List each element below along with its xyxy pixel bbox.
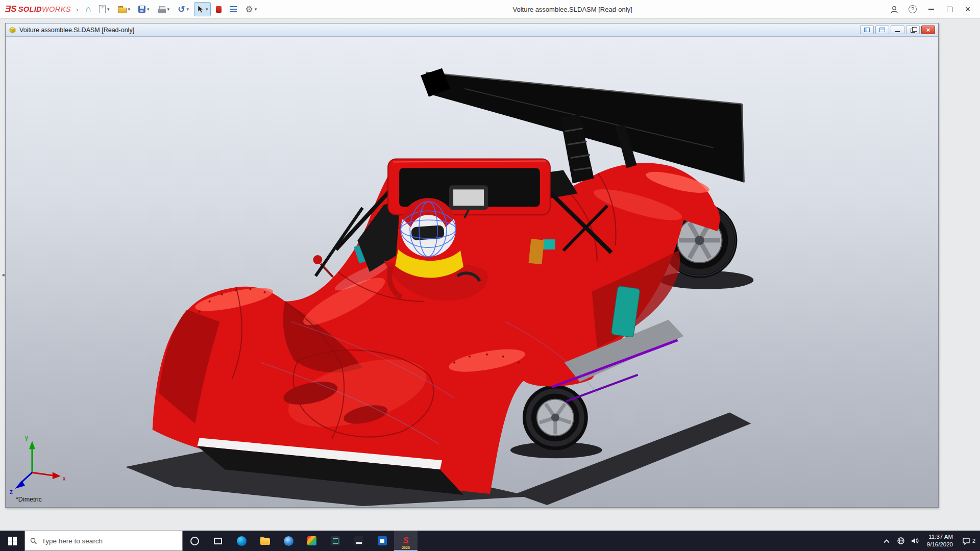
taskbar: S 2020 11:37 AM 9/16/2020 2 [0, 531, 980, 551]
network-globe-icon [897, 537, 905, 545]
taskbar-app-cortana[interactable] [183, 531, 206, 551]
app-titlebar: ƎS SOLIDWORKS › ⌂ ▾ ▾ ▾ ▾ ↺▾ ▾ ⚙▾ Voitur… [0, 0, 980, 19]
home-button[interactable]: ⌂ [82, 2, 94, 16]
browser-icon [284, 536, 293, 546]
triad-z-label: z [10, 488, 13, 495]
list-icon [230, 6, 237, 7]
minimize-icon [895, 31, 900, 32]
chevron-up-icon [884, 539, 889, 545]
taskbar-clock[interactable]: 11:37 AM 9/16/2020 [922, 533, 958, 548]
viewport-canvas[interactable]: x y z [6, 37, 938, 507]
document-title: Voiture assomblee.SLDASM [Read-only] [19, 27, 134, 34]
screen: ƎS SOLIDWORKS › ⌂ ▾ ▾ ▾ ▾ ↺▾ ▾ ⚙▾ Voitur… [0, 0, 980, 551]
taskbar-app-solidworks[interactable]: S 2020 [394, 531, 418, 551]
dropdown-arrow-icon: ▾ [206, 7, 208, 12]
network-button[interactable] [894, 531, 908, 551]
account-button[interactable] [885, 2, 903, 17]
task-view-icon [214, 538, 222, 544]
options-button[interactable]: ⚙▾ [242, 2, 260, 16]
edge-icon [237, 536, 247, 546]
action-center-button[interactable]: 2 [958, 537, 980, 545]
maximize-icon [947, 7, 952, 12]
taskbar-search[interactable] [24, 531, 183, 551]
notification-count-badge: 2 [972, 538, 975, 544]
triad-x-label: x [63, 475, 66, 482]
cortana-icon [190, 537, 199, 545]
file-explorer-icon [260, 538, 270, 545]
gear-icon: ⚙ [245, 5, 253, 14]
start-button[interactable] [0, 531, 24, 551]
app-window-controls: ? × [885, 2, 977, 17]
document-window-controls: × [860, 26, 935, 34]
window-pane-button[interactable] [860, 26, 874, 34]
dropdown-arrow-icon: ▾ [107, 7, 110, 12]
taskbar-app-photos[interactable] [300, 531, 324, 551]
taskbar-app-cad-viewer[interactable] [324, 531, 347, 551]
select-tool-button[interactable]: ▾ [194, 2, 211, 16]
clock-date: 9/16/2020 [927, 541, 953, 548]
close-button[interactable]: × [959, 2, 977, 17]
restore-icon [911, 29, 915, 33]
taskbar-app-file-explorer[interactable] [253, 531, 277, 551]
dropdown-arrow-icon: ▾ [128, 7, 131, 12]
open-folder-icon [118, 8, 127, 13]
evaluate-list-button[interactable] [227, 2, 240, 16]
orientation-triad: x y z [10, 434, 66, 495]
assembly-icon [9, 26, 16, 34]
select-cursor-icon [197, 5, 204, 13]
3d-viewport[interactable]: x y z *Dimetric [6, 37, 938, 507]
search-icon [30, 537, 37, 545]
taskbar-app-edge[interactable] [230, 531, 253, 551]
document-titlebar[interactable]: Voiture assomblee.SLDASM [Read-only] × [6, 23, 938, 37]
undo-icon: ↺ [178, 5, 185, 14]
system-tray: 11:37 AM 9/16/2020 2 [879, 531, 980, 551]
app-window-title: Voiture assomblee.SLDASM [Read-only] [260, 6, 885, 13]
save-button[interactable]: ▾ [135, 2, 153, 16]
front-wheel[interactable] [523, 385, 588, 450]
taskbar-task-view[interactable] [206, 531, 230, 551]
logo-ds-icon: ƎS [5, 4, 17, 14]
print-button[interactable]: ▾ [155, 2, 173, 16]
window-pane-button-2[interactable] [875, 26, 889, 34]
solidworks-logo: ƎS SOLIDWORKS [5, 4, 71, 14]
doc-close-button[interactable]: × [921, 26, 935, 34]
help-button[interactable]: ? [903, 2, 922, 17]
cad-viewer-icon [331, 536, 340, 545]
taskbar-app-video[interactable] [371, 531, 394, 551]
close-icon: × [965, 5, 971, 14]
undo-button[interactable]: ↺▾ [175, 2, 192, 16]
media-app-icon [354, 536, 363, 545]
solidworks-icon: S [403, 537, 409, 545]
hidden-icons-button[interactable] [879, 531, 894, 551]
new-document-icon [99, 5, 106, 13]
clock-time: 11:37 AM [928, 533, 953, 541]
pane-split-icon [864, 28, 870, 32]
dropdown-arrow-icon: ▾ [147, 7, 150, 12]
user-account-icon [890, 5, 899, 14]
notification-bubble-icon [962, 537, 970, 545]
minimize-button[interactable] [922, 2, 940, 17]
search-input[interactable] [42, 537, 177, 545]
dropdown-arrow-icon: ▾ [186, 7, 189, 12]
red-tool-icon [216, 6, 222, 13]
doc-minimize-button[interactable] [891, 26, 904, 34]
featuremanager-collapse-arrow[interactable]: ◂ [0, 268, 6, 281]
triad-y-label: y [25, 434, 28, 441]
document-window: Voiture assomblee.SLDASM [Read-only] × [5, 23, 939, 508]
dropdown-arrow-icon: ▾ [255, 7, 257, 12]
taskbar-app-browser[interactable] [277, 531, 300, 551]
speaker-icon [911, 537, 919, 545]
doc-restore-button[interactable] [906, 26, 920, 34]
solidworks-year-badge: 2020 [402, 546, 410, 549]
save-icon [138, 6, 145, 13]
snapshot-tool-button[interactable] [213, 2, 225, 16]
taskbar-app-media[interactable] [347, 531, 371, 551]
maximize-button[interactable] [940, 2, 959, 17]
new-document-button[interactable]: ▾ [96, 2, 113, 16]
toolbar-flyout-icon[interactable]: › [76, 6, 78, 13]
open-button[interactable]: ▾ [115, 2, 134, 16]
pane-split-horizontal-icon [879, 28, 885, 32]
help-icon: ? [909, 5, 917, 13]
home-icon: ⌂ [85, 5, 91, 14]
volume-button[interactable] [908, 531, 922, 551]
